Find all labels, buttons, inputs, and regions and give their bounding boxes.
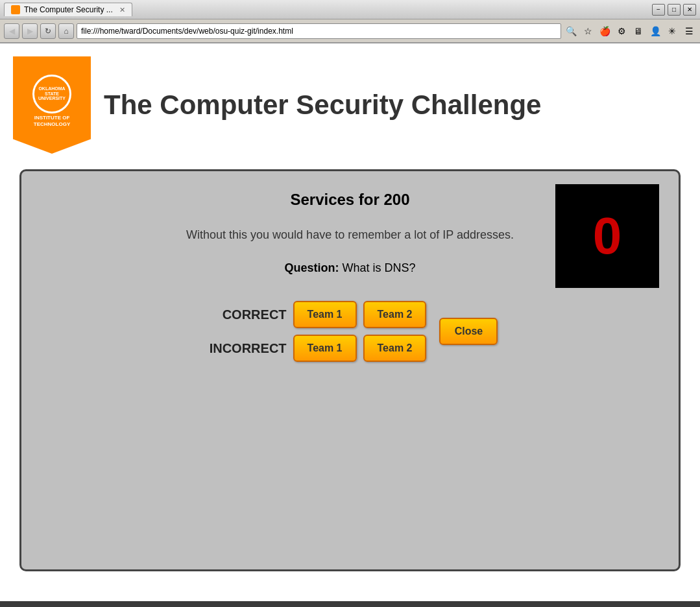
tab-close-button[interactable]: ✕: [119, 6, 125, 14]
incorrect-team2-button[interactable]: Team 2: [363, 335, 427, 362]
browser-chrome: The Computer Security ... ✕ − □ ✕ ◀ ▶ ↻ …: [0, 0, 700, 43]
tab-favicon: [11, 5, 20, 14]
nav-bar: ◀ ▶ ↻ ⌂ 🔍 ☆ 🍎 ⚙ 🖥 👤 ✳ ☰: [0, 19, 700, 43]
apple-icon[interactable]: 🍎: [597, 24, 612, 38]
user-icon[interactable]: 👤: [648, 24, 662, 38]
home-button[interactable]: ⌂: [58, 23, 74, 39]
browser-tab[interactable]: The Computer Security ... ✕: [4, 3, 132, 16]
rows-and-close: CORRECT Team 1 Team 2 INCORRECT Team 1 T…: [202, 301, 498, 362]
quiz-container: 0 Services for 200 Without this you woul…: [19, 169, 681, 571]
logo-subtitle: INSTITUTE OFTECHNOLOGY: [34, 115, 70, 128]
reload-button[interactable]: ↻: [40, 23, 56, 39]
answer-grid: CORRECT Team 1 Team 2 INCORRECT Team 1 T…: [41, 301, 659, 362]
gear-icon[interactable]: ⚙: [614, 24, 629, 38]
logo-circle: OKLAHOMASTATEUNIVERSITY: [32, 75, 71, 113]
title-bar: The Computer Security ... ✕ − □ ✕: [0, 0, 700, 19]
osu-logo: OKLAHOMASTATEUNIVERSITY INSTITUTE OFTECH…: [13, 56, 91, 154]
correct-row: CORRECT Team 1 Team 2: [202, 301, 427, 328]
correct-label: CORRECT: [202, 307, 287, 322]
question-prompt-label: Question:: [284, 261, 339, 274]
score-number: 0: [593, 206, 622, 266]
correct-team2-button[interactable]: Team 2: [363, 301, 427, 328]
minimize-button[interactable]: −: [652, 4, 665, 16]
logo-inner: OKLAHOMASTATEUNIVERSITY INSTITUTE OFTECH…: [27, 69, 77, 141]
score-display: 0: [555, 184, 659, 288]
rows-column: CORRECT Team 1 Team 2 INCORRECT Team 1 T…: [202, 301, 427, 362]
tab-title: The Computer Security ...: [24, 5, 113, 14]
search-icon[interactable]: 🔍: [564, 24, 578, 38]
incorrect-team1-button[interactable]: Team 1: [293, 335, 357, 362]
nav-icons: 🔍 ☆ 🍎 ⚙ 🖥 👤 ✳ ☰: [564, 24, 696, 38]
incorrect-label: INCORRECT: [202, 341, 287, 356]
close-button[interactable]: ✕: [683, 4, 696, 16]
title-bar-left: The Computer Security ... ✕: [4, 3, 132, 16]
close-button[interactable]: Close: [439, 318, 498, 345]
page-title: The Computer Security Challenge: [104, 89, 541, 121]
menu-icon[interactable]: ☰: [682, 24, 696, 38]
screen-icon[interactable]: 🖥: [631, 24, 646, 38]
maximize-button[interactable]: □: [668, 4, 681, 16]
window-controls: − □ ✕: [652, 4, 696, 16]
forward-button[interactable]: ▶: [22, 23, 38, 39]
question-prompt-text: What is DNS?: [342, 261, 415, 274]
bookmark-icon[interactable]: ☆: [581, 24, 595, 38]
incorrect-row: INCORRECT Team 1 Team 2: [202, 335, 427, 362]
address-bar[interactable]: [77, 23, 561, 39]
correct-team1-button[interactable]: Team 1: [293, 301, 357, 328]
page-header: OKLAHOMASTATEUNIVERSITY INSTITUTE OFTECH…: [13, 56, 687, 154]
back-button[interactable]: ◀: [4, 23, 19, 39]
extension-icon[interactable]: ✳: [665, 24, 679, 38]
page-body: OKLAHOMASTATEUNIVERSITY INSTITUTE OFTECH…: [0, 43, 700, 601]
